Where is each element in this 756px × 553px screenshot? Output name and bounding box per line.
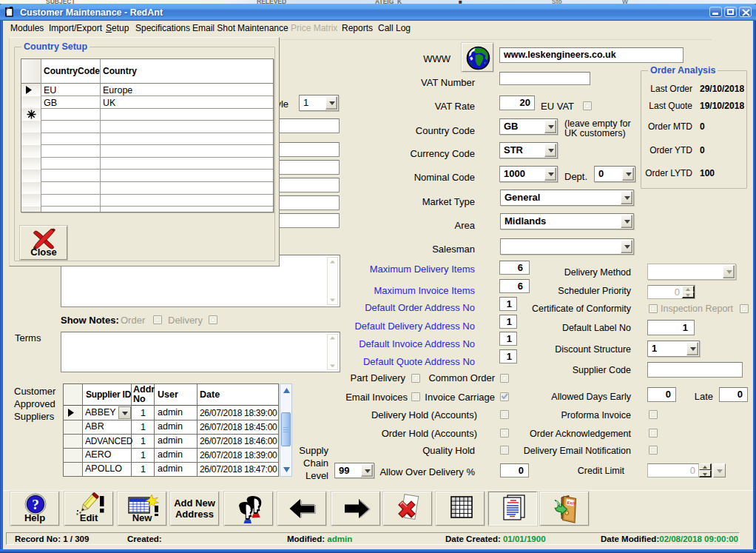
svg-text:?: ? <box>32 497 39 512</box>
